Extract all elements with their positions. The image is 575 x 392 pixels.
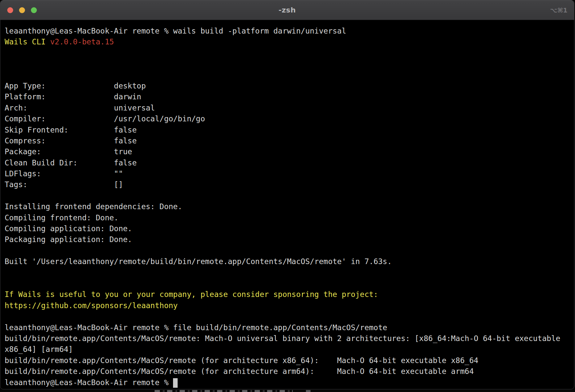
terminal-line: Installing frontend dependencies: Done. xyxy=(5,201,570,212)
terminal-line: x86_64] [arm64] xyxy=(5,344,570,355)
terminal-line: Package: true xyxy=(5,146,570,157)
terminal-line: App Type: desktop xyxy=(5,81,570,91)
desktop-background xyxy=(0,389,575,392)
terminal-line: leaanthony@Leas-MacBook-Air remote % xyxy=(5,377,570,388)
title-bar[interactable]: -zsh ⌥⌘1 xyxy=(0,0,574,20)
terminal-text: leaanthony@Leas-MacBook-Air remote % xyxy=(5,378,173,387)
terminal-text: build/bin/remote.app/Contents/MacOS/remo… xyxy=(5,356,478,365)
terminal-line: If Wails is useful to you or your compan… xyxy=(5,289,570,300)
terminal-text: LDFlags: "" xyxy=(5,169,123,178)
terminal-text: Wails CLI xyxy=(5,37,50,46)
terminal-text: Tags: [] xyxy=(5,180,123,189)
terminal-window: -zsh ⌥⌘1 leaanthony@Leas-MacBook-Air rem… xyxy=(0,0,574,389)
terminal-output[interactable]: leaanthony@Leas-MacBook-Air remote % wai… xyxy=(0,20,574,388)
terminal-text: Package: true xyxy=(5,147,132,156)
close-button[interactable] xyxy=(7,7,13,13)
terminal-line xyxy=(5,245,570,256)
terminal-text: leaanthony@Leas-MacBook-Air remote % wai… xyxy=(5,27,346,35)
terminal-line: Skip Frontend: false xyxy=(5,125,570,135)
terminal-text: Compiling frontend: Done. xyxy=(5,213,118,222)
terminal-text: v2.0.0-beta.15 xyxy=(50,37,114,46)
terminal-text: Packaging application: Done. xyxy=(5,235,132,244)
terminal-line: https://github.com/sponsors/leaanthony xyxy=(5,300,570,311)
obscured-window-fragment xyxy=(306,390,311,392)
terminal-line xyxy=(5,278,570,289)
traffic-lights xyxy=(7,0,37,20)
terminal-text: App Type: desktop xyxy=(5,82,146,90)
terminal-line xyxy=(5,59,570,69)
terminal-line: build/bin/remote.app/Contents/MacOS/remo… xyxy=(5,333,570,344)
terminal-line: Clean Build Dir: false xyxy=(5,158,570,168)
obscured-window-text xyxy=(155,390,293,392)
terminal-line: Compress: false xyxy=(5,135,570,146)
terminal-line xyxy=(5,190,570,201)
terminal-line xyxy=(5,267,570,278)
terminal-line: LDFlags: "" xyxy=(5,168,570,179)
terminal-line: Compiling application: Done. xyxy=(5,223,570,234)
terminal-line xyxy=(5,311,570,322)
terminal-text: build/bin/remote.app/Contents/MacOS/remo… xyxy=(5,367,474,376)
terminal-line: Packaging application: Done. xyxy=(5,234,570,245)
minimize-button[interactable] xyxy=(19,7,25,13)
terminal-text: Installing frontend dependencies: Done. xyxy=(5,202,182,211)
terminal-text: Compiling application: Done. xyxy=(5,224,132,233)
terminal-line xyxy=(5,48,570,59)
terminal-line: leaanthony@Leas-MacBook-Air remote % fil… xyxy=(5,322,570,333)
terminal-line: leaanthony@Leas-MacBook-Air remote % wai… xyxy=(5,26,570,37)
terminal-text: Clean Build Dir: false xyxy=(5,159,137,167)
terminal-text: https://github.com/sponsors/leaanthony xyxy=(5,301,178,310)
terminal-line: Wails CLI v2.0.0-beta.15 xyxy=(5,37,570,47)
terminal-text: Arch: universal xyxy=(5,104,155,112)
terminal-text: Platform: darwin xyxy=(5,92,141,101)
terminal-text: Compress: false xyxy=(5,136,137,145)
terminal-line: Arch: universal xyxy=(5,103,570,113)
terminal-cursor xyxy=(173,378,178,388)
terminal-text: If Wails is useful to you or your compan… xyxy=(5,290,378,299)
terminal-text: leaanthony@Leas-MacBook-Air remote % fil… xyxy=(5,323,387,332)
terminal-line: build/bin/remote.app/Contents/MacOS/remo… xyxy=(5,355,570,366)
terminal-line: Built '/Users/leaanthony/remote/build/bi… xyxy=(5,256,570,267)
terminal-line: Platform: darwin xyxy=(5,91,570,102)
terminal-line: Tags: [] xyxy=(5,179,570,190)
terminal-text: build/bin/remote.app/Contents/MacOS/remo… xyxy=(5,334,560,343)
terminal-line: build/bin/remote.app/Contents/MacOS/remo… xyxy=(5,366,570,377)
terminal-line: Compiling frontend: Done. xyxy=(5,212,570,223)
window-title: -zsh xyxy=(0,6,574,14)
terminal-line: Compiler: /usr/local/go/bin/go xyxy=(5,113,570,124)
tab-shortcut-badge: ⌥⌘1 xyxy=(550,0,567,20)
terminal-text: Built '/Users/leaanthony/remote/build/bi… xyxy=(5,257,392,266)
terminal-text: x86_64] [arm64] xyxy=(5,345,73,354)
terminal-text: Compiler: /usr/local/go/bin/go xyxy=(5,114,205,123)
terminal-text: Skip Frontend: false xyxy=(5,126,137,134)
zoom-button[interactable] xyxy=(31,7,37,13)
terminal-line xyxy=(5,70,570,81)
